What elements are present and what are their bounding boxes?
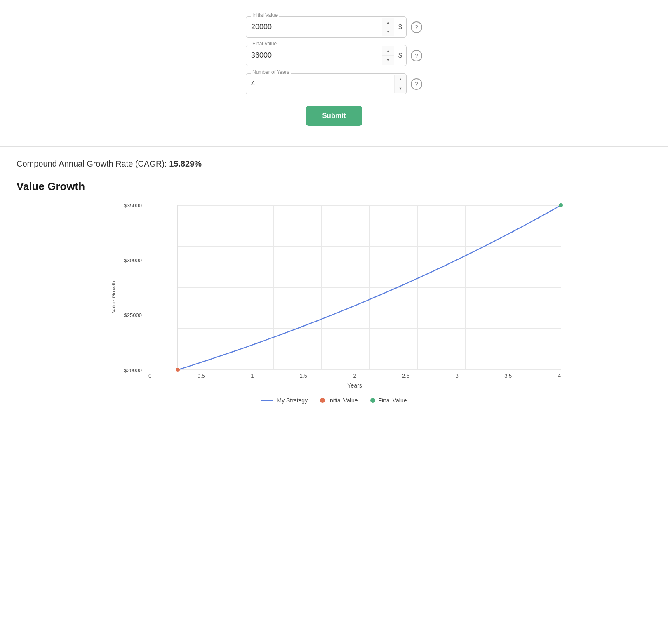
legend-my-strategy-label: My Strategy	[277, 397, 308, 404]
num-years-spinner: ▲ ▼	[394, 75, 406, 93]
final-value-spinner: ▲ ▼	[382, 46, 394, 65]
initial-value-input[interactable]	[246, 17, 382, 37]
x-tick-4: 4	[558, 373, 561, 379]
growth-line	[178, 205, 561, 370]
initial-value-wrapper: Initial Value ▲ ▼ $	[246, 16, 407, 38]
initial-value-down[interactable]: ▼	[382, 27, 394, 36]
plot-row: $20000 $25000 $30000 $35000	[120, 205, 561, 370]
y-ticks: $20000 $25000 $30000 $35000	[120, 205, 148, 370]
legend-my-strategy: My Strategy	[261, 397, 308, 404]
final-value-help[interactable]: ?	[411, 50, 422, 61]
chart-area: Value Growth $20000 $25000 $30000 $35000	[107, 205, 561, 389]
legend-final-dot-icon	[370, 398, 375, 403]
x-tick-1: 1	[251, 373, 254, 379]
chart-with-axes: $20000 $25000 $30000 $35000	[120, 205, 561, 389]
x-tick-05: 0.5	[198, 373, 205, 379]
final-value-wrapper: Final Value ▲ ▼ $	[246, 45, 407, 66]
x-tick-3: 3	[456, 373, 459, 379]
submit-button[interactable]: Submit	[306, 106, 362, 126]
chart-title: Value Growth	[16, 180, 652, 193]
initial-value-spinner: ▲ ▼	[382, 18, 394, 36]
cagr-result: Compound Annual Growth Rate (CAGR): 15.8…	[16, 159, 652, 169]
cagr-label: Compound Annual Growth Rate (CAGR):	[16, 159, 169, 168]
x-tick-2: 2	[353, 373, 356, 379]
final-value-group: Final Value ▲ ▼ $ ?	[246, 45, 422, 66]
legend-final-value: Final Value	[370, 397, 407, 404]
cagr-value: 15.829%	[169, 159, 202, 168]
section-divider	[0, 146, 668, 147]
final-value-down[interactable]: ▼	[382, 56, 394, 65]
legend-initial-dot-icon	[320, 398, 325, 403]
x-tick-35: 3.5	[504, 373, 512, 379]
form-section: Initial Value ▲ ▼ $ ? Final Value ▲	[0, 0, 668, 138]
legend-final-value-label: Final Value	[379, 397, 407, 404]
results-section: Compound Annual Growth Rate (CAGR): 15.8…	[0, 159, 668, 420]
final-value-input[interactable]	[246, 45, 382, 66]
chart-legend: My Strategy Initial Value Final Value	[107, 397, 561, 404]
y-axis-label: Value Growth	[107, 205, 120, 389]
x-tick-15: 1.5	[300, 373, 307, 379]
final-value-label: Final Value	[251, 41, 278, 47]
legend-initial-value-label: Initial Value	[328, 397, 358, 404]
initial-value-suffix: $	[394, 24, 406, 31]
grid-v-4	[561, 205, 561, 370]
num-years-down[interactable]: ▼	[395, 84, 406, 93]
legend-initial-value: Initial Value	[320, 397, 358, 404]
final-value-suffix: $	[394, 52, 406, 59]
x-tick-25: 2.5	[402, 373, 409, 379]
x-ticks: 0 0.5 1 1.5 2 2.5 3 3.5 4	[148, 370, 561, 379]
x-tick-0: 0	[148, 373, 151, 379]
final-value-dot	[559, 203, 563, 207]
chart-svg	[178, 205, 561, 370]
initial-value-dot	[176, 368, 180, 372]
num-years-group: Number of Years ▲ ▼ ?	[246, 73, 422, 94]
num-years-up[interactable]: ▲	[395, 75, 406, 84]
x-axis-label: Years	[148, 382, 561, 389]
num-years-input-container: ▲ ▼	[246, 73, 407, 94]
initial-value-label: Initial Value	[251, 12, 279, 18]
initial-value-group: Initial Value ▲ ▼ $ ?	[246, 16, 422, 38]
final-value-input-container: ▲ ▼ $	[246, 45, 407, 66]
final-value-up[interactable]: ▲	[382, 46, 394, 55]
chart-container: Value Growth $20000 $25000 $30000 $35000	[107, 205, 561, 404]
num-years-input[interactable]	[246, 74, 394, 94]
num-years-label: Number of Years	[251, 69, 291, 75]
initial-value-input-container: ▲ ▼ $	[246, 16, 407, 38]
legend-line-icon	[261, 400, 273, 401]
initial-value-up[interactable]: ▲	[382, 18, 394, 27]
num-years-help[interactable]: ?	[411, 78, 422, 90]
chart-plot	[177, 205, 561, 370]
num-years-wrapper: Number of Years ▲ ▼	[246, 73, 407, 94]
initial-value-help[interactable]: ?	[411, 21, 422, 33]
